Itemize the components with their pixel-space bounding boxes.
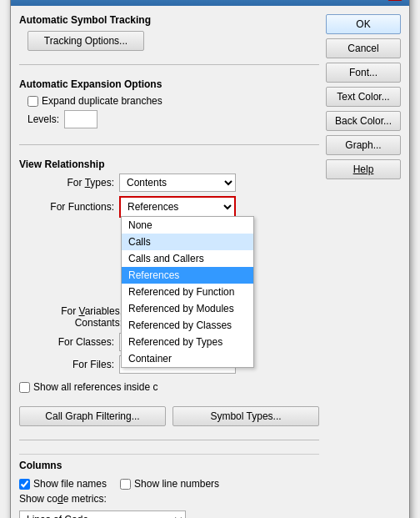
show-refs-label: Show all references inside c bbox=[33, 381, 158, 393]
symbol-types-button[interactable]: Symbol Types... bbox=[172, 406, 319, 426]
text-color-button[interactable]: Text Color... bbox=[326, 87, 401, 107]
relation-window-options-dialog: Relation Window Options ✕ Automatic Symb… bbox=[10, 0, 410, 518]
levels-row: Levels: 1 bbox=[28, 110, 319, 128]
dialog-body: Automatic Symbol Tracking Tracking Optio… bbox=[11, 6, 409, 518]
menu-item-referenced-by-classes[interactable]: Referenced by Classes bbox=[122, 317, 253, 334]
for-variables-label: For Variables, Constants: bbox=[19, 305, 128, 329]
show-line-numbers-checkbox[interactable] bbox=[120, 479, 131, 490]
help-button[interactable]: Help bbox=[326, 159, 401, 179]
for-functions-row: For Functions: References None Calls Cal… bbox=[19, 196, 319, 218]
menu-item-referenced-by-function[interactable]: Referenced by Function bbox=[122, 284, 253, 300]
code-metrics-label: Show code metrics: bbox=[19, 493, 107, 505]
menu-item-container[interactable]: Container bbox=[122, 350, 253, 367]
divider-2 bbox=[19, 144, 319, 145]
menu-item-referenced-by-types[interactable]: Referenced by Types bbox=[122, 334, 253, 350]
tracking-options-button[interactable]: Tracking Options... bbox=[28, 31, 144, 51]
columns-section: Columns Show file names Show line number… bbox=[19, 454, 319, 518]
auto-tracking-label: Automatic Symbol Tracking bbox=[19, 14, 319, 26]
levels-input[interactable]: 1 bbox=[64, 110, 98, 128]
left-panel: Automatic Symbol Tracking Tracking Optio… bbox=[19, 14, 319, 518]
divider-3 bbox=[19, 440, 319, 440]
for-types-select[interactable]: Contents bbox=[119, 174, 236, 192]
menu-item-references[interactable]: References bbox=[122, 267, 253, 284]
call-graph-filtering-button[interactable]: Call Graph Filtering... bbox=[19, 406, 166, 426]
menu-item-calls[interactable]: Calls bbox=[122, 234, 253, 250]
bottom-buttons: Call Graph Filtering... Symbol Types... bbox=[19, 406, 319, 426]
for-functions-dropdown-menu: None Calls Calls and Callers References … bbox=[121, 216, 254, 368]
expand-duplicate-row: Expand duplicate branches bbox=[28, 95, 319, 107]
columns-checkboxes: Show file names Show line numbers bbox=[19, 478, 319, 490]
for-files-label: For Files: bbox=[19, 359, 119, 370]
title-bar: Relation Window Options ✕ bbox=[11, 0, 409, 6]
view-relationship-label: View Relationship bbox=[19, 158, 319, 170]
graph-button[interactable]: Graph... bbox=[326, 135, 401, 155]
menu-item-none[interactable]: None bbox=[122, 217, 253, 234]
show-line-numbers-row: Show line numbers bbox=[120, 478, 219, 490]
levels-label: Levels: bbox=[28, 113, 59, 125]
show-filenames-checkbox[interactable] bbox=[19, 479, 30, 490]
menu-item-referenced-by-modules[interactable]: Referenced by Modules bbox=[122, 300, 253, 317]
font-button[interactable]: Font... bbox=[326, 63, 401, 83]
for-classes-label: For Classes: bbox=[19, 336, 119, 348]
expand-duplicate-checkbox[interactable] bbox=[28, 96, 38, 107]
for-types-dropdown-wrapper: Contents bbox=[119, 174, 236, 192]
for-types-row: For Types: Contents bbox=[19, 174, 319, 192]
divider-1 bbox=[19, 64, 319, 65]
cancel-button[interactable]: Cancel bbox=[326, 38, 401, 58]
show-line-numbers-label: Show line numbers bbox=[134, 478, 219, 490]
right-panel: OK Cancel Font... Text Color... Back Col… bbox=[326, 14, 401, 518]
columns-label: Columns bbox=[19, 460, 319, 471]
auto-expansion-section: Automatic Expansion Options Expand dupli… bbox=[19, 78, 319, 131]
close-button[interactable]: ✕ bbox=[388, 0, 402, 1]
view-relationship-section: View Relationship For Types: Contents Fo… bbox=[19, 158, 319, 393]
auto-tracking-section: Automatic Symbol Tracking Tracking Optio… bbox=[19, 14, 319, 51]
show-filenames-label: Show file names bbox=[33, 478, 107, 490]
for-types-label: For Types: bbox=[19, 177, 119, 189]
for-functions-label: For Functions: bbox=[19, 201, 119, 213]
lines-of-code-select[interactable]: Lines of Code bbox=[19, 510, 186, 518]
code-metrics-row: Show code metrics: bbox=[19, 493, 319, 505]
show-filenames-row: Show file names bbox=[19, 478, 107, 490]
for-functions-select[interactable]: References bbox=[121, 198, 234, 216]
auto-expansion-label: Automatic Expansion Options bbox=[19, 78, 319, 90]
expand-duplicate-label: Expand duplicate branches bbox=[42, 95, 162, 107]
show-refs-checkbox[interactable] bbox=[19, 382, 30, 393]
menu-item-calls-and-callers[interactable]: Calls and Callers bbox=[122, 250, 253, 267]
for-functions-dropdown-wrapper: References bbox=[119, 196, 236, 218]
back-color-button[interactable]: Back Color... bbox=[326, 111, 401, 131]
show-refs-row: Show all references inside c bbox=[19, 381, 319, 393]
ok-button[interactable]: OK bbox=[326, 14, 401, 34]
